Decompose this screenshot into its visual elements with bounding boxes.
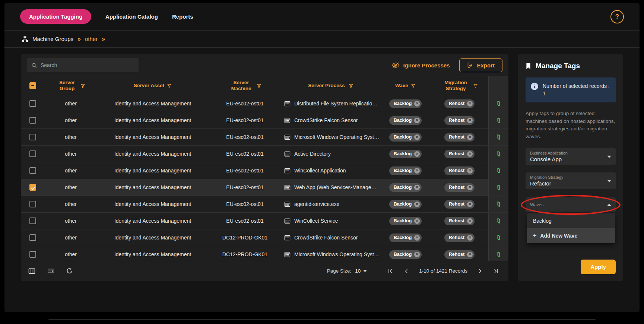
strategy-chip[interactable]: Rehost ✕: [444, 116, 475, 125]
remove-wave-icon[interactable]: ✕: [414, 185, 420, 190]
row-checkbox[interactable]: [29, 150, 36, 157]
waves-select[interactable]: Waves: [526, 197, 616, 212]
table-row[interactable]: other Identity and Access Management EU-…: [21, 196, 508, 213]
row-actions-cell[interactable]: [488, 179, 508, 196]
columns-toggle-button[interactable]: [28, 268, 35, 274]
tab-application-tagging[interactable]: Application Tagging: [20, 9, 91, 24]
column-header-server-process[interactable]: Server Process: [281, 76, 380, 95]
row-actions-cell[interactable]: [488, 129, 508, 145]
remove-strategy-icon[interactable]: ✕: [467, 218, 473, 224]
refresh-button[interactable]: [66, 268, 73, 274]
remove-strategy-icon[interactable]: ✕: [467, 168, 473, 174]
row-checkbox[interactable]: [29, 234, 36, 241]
migration-strategy-select[interactable]: Migration Strategy Refactor: [526, 172, 616, 189]
row-actions-cell[interactable]: [488, 162, 508, 179]
remove-strategy-icon[interactable]: ✕: [467, 101, 473, 107]
filter-icon[interactable]: [167, 83, 172, 88]
strategy-chip[interactable]: Rehost ✕: [444, 183, 475, 192]
wave-chip[interactable]: Backlog ✕: [389, 133, 422, 142]
first-page-button[interactable]: [388, 269, 393, 274]
remove-strategy-icon[interactable]: ✕: [467, 201, 473, 207]
strategy-chip[interactable]: Rehost ✕: [444, 150, 475, 158]
strategy-chip[interactable]: Rehost ✕: [444, 217, 475, 225]
view-processes-icon[interactable]: [495, 150, 502, 157]
table-row[interactable]: other Identity and Access Management EU-…: [21, 213, 508, 229]
tab-reports[interactable]: Reports: [172, 13, 193, 20]
row-checkbox[interactable]: [29, 217, 36, 224]
last-page-button[interactable]: [494, 269, 499, 274]
remove-strategy-icon[interactable]: ✕: [467, 151, 473, 157]
page-size-select[interactable]: 10: [355, 268, 367, 274]
breadcrumb-machine-groups[interactable]: Machine Groups: [32, 36, 73, 42]
remove-wave-icon[interactable]: ✕: [414, 101, 420, 107]
wave-chip[interactable]: Backlog ✕: [389, 99, 422, 108]
row-checkbox[interactable]: [29, 117, 36, 124]
view-processes-icon[interactable]: [495, 167, 502, 174]
breadcrumb-other[interactable]: other: [85, 36, 98, 42]
column-header-server-machine[interactable]: Server Machine: [209, 76, 281, 95]
remove-wave-icon[interactable]: ✕: [414, 201, 420, 207]
wave-chip[interactable]: Backlog ✕: [389, 183, 422, 192]
table-row[interactable]: other Identity and Access Management EU-…: [21, 95, 508, 112]
view-processes-icon[interactable]: [495, 234, 502, 241]
remove-wave-icon[interactable]: ✕: [414, 218, 420, 224]
filter-icon[interactable]: [349, 83, 353, 88]
view-processes-icon[interactable]: [495, 117, 502, 124]
next-page-button[interactable]: [479, 269, 482, 274]
view-processes-icon[interactable]: [495, 184, 502, 191]
wave-chip[interactable]: Backlog ✕: [389, 150, 422, 158]
view-processes-icon[interactable]: [495, 134, 502, 140]
row-checkbox[interactable]: [29, 184, 36, 191]
filter-icon[interactable]: [473, 83, 478, 88]
table-row[interactable]: other Identity and Access Management EU-…: [21, 146, 508, 162]
row-checkbox[interactable]: [29, 167, 36, 174]
view-processes-icon[interactable]: [495, 100, 502, 107]
row-actions-cell[interactable]: [488, 95, 508, 112]
row-density-button[interactable]: [47, 268, 54, 274]
previous-page-button[interactable]: [404, 269, 408, 274]
help-button[interactable]: ?: [610, 10, 624, 23]
remove-strategy-icon[interactable]: ✕: [467, 185, 473, 190]
row-checkbox[interactable]: [29, 134, 36, 140]
search-box[interactable]: [27, 58, 139, 72]
row-actions-cell[interactable]: [488, 146, 508, 162]
table-row[interactable]: other Identity and Access Management DC1…: [21, 229, 508, 246]
remove-wave-icon[interactable]: ✕: [414, 151, 420, 157]
remove-strategy-icon[interactable]: ✕: [467, 252, 473, 257]
table-row[interactable]: other Identity and Access Management EU-…: [21, 112, 508, 129]
column-header-wave[interactable]: Wave: [380, 76, 431, 95]
row-actions-cell[interactable]: [488, 196, 508, 212]
filter-icon[interactable]: [257, 83, 261, 88]
row-checkbox[interactable]: [29, 100, 36, 107]
remove-wave-icon[interactable]: ✕: [414, 134, 420, 140]
view-processes-icon[interactable]: [495, 251, 502, 258]
view-processes-icon[interactable]: [495, 217, 502, 224]
table-row[interactable]: other Identity and Access Management EU-…: [21, 129, 508, 146]
table-row[interactable]: other Identity and Access Management EU-…: [21, 162, 508, 179]
remove-strategy-icon[interactable]: ✕: [467, 134, 473, 140]
wave-chip[interactable]: Backlog ✕: [389, 217, 422, 225]
row-actions-cell[interactable]: [488, 112, 508, 128]
table-row[interactable]: other Identity and Access Management DC1…: [21, 246, 508, 261]
row-actions-cell[interactable]: [488, 229, 508, 246]
apply-button[interactable]: Apply: [581, 260, 616, 274]
wave-chip[interactable]: Backlog ✕: [389, 116, 422, 125]
remove-strategy-icon[interactable]: ✕: [467, 118, 473, 123]
row-checkbox[interactable]: [29, 201, 36, 207]
remove-wave-icon[interactable]: ✕: [414, 252, 420, 257]
column-header-migration-strategy[interactable]: Migration Strategy: [431, 76, 488, 95]
strategy-chip[interactable]: Rehost ✕: [444, 200, 475, 209]
search-input[interactable]: [41, 62, 134, 68]
wave-chip[interactable]: Backlog ✕: [389, 166, 422, 175]
remove-strategy-icon[interactable]: ✕: [467, 235, 473, 241]
remove-wave-icon[interactable]: ✕: [414, 118, 420, 123]
view-processes-icon[interactable]: [495, 201, 502, 207]
strategy-chip[interactable]: Rehost ✕: [444, 166, 475, 175]
wave-chip[interactable]: Backlog ✕: [389, 200, 422, 209]
remove-wave-icon[interactable]: ✕: [414, 235, 420, 241]
column-header-server-group[interactable]: Server Group: [45, 76, 97, 95]
strategy-chip[interactable]: Rehost ✕: [444, 250, 475, 259]
remove-wave-icon[interactable]: ✕: [414, 168, 420, 174]
wave-option-backlog[interactable]: Backlog: [527, 213, 615, 228]
add-new-wave-option[interactable]: + Add New Wave: [527, 228, 615, 243]
